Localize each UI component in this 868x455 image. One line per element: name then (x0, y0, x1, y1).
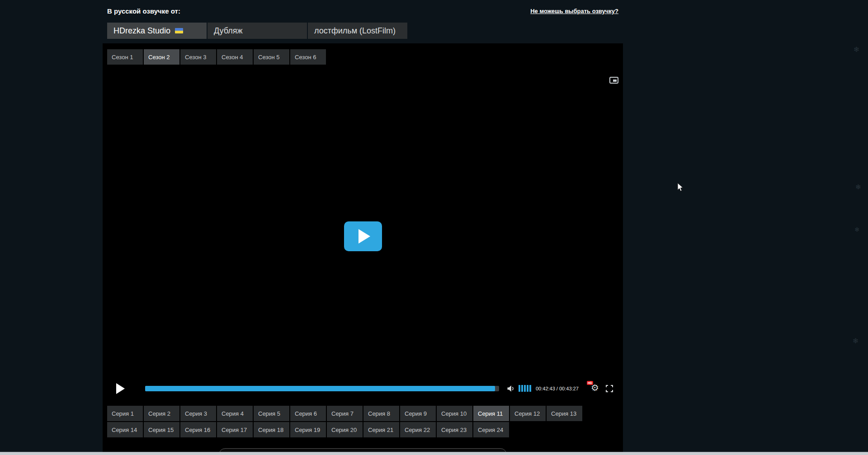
episode-tab-11[interactable]: Серия 24 (473, 422, 509, 437)
season-tab-label: Сезон 6 (295, 54, 316, 61)
episode-tab-1[interactable]: Серия 1 (107, 406, 143, 421)
episode-tab-label: Серия 8 (368, 410, 390, 417)
translator-tabs: HDrezka StudioДубляжлостфильм (LostFilm) (107, 23, 407, 39)
progress-bar[interactable] (145, 386, 499, 391)
translator-tab-label: лостфильм (LostFilm) (314, 26, 396, 36)
episode-tab-label: Серия 11 (478, 410, 503, 417)
video-player-panel: Сезон 1Сезон 2Сезон 3Сезон 4Сезон 5Сезон… (103, 43, 623, 452)
player-controls: 00:42:43 / 00:43:27 ⚙ HD (103, 380, 623, 398)
picture-in-picture-icon[interactable] (609, 77, 618, 84)
translator-tab-2[interactable]: Дубляж (208, 23, 307, 39)
volume-bars[interactable] (519, 385, 531, 392)
translator-tab-1[interactable]: HDrezka Studio (107, 23, 207, 39)
season-tab-label: Сезон 2 (148, 54, 170, 61)
ukraine-flag-icon (175, 28, 183, 33)
season-tabs: Сезон 1Сезон 2Сезон 3Сезон 4Сезон 5Сезон… (107, 49, 326, 65)
episode-tab-label: Серия 19 (295, 427, 320, 433)
snowflake-icon: ❄ (853, 337, 859, 345)
episode-tab-label: Серия 12 (514, 410, 540, 417)
season-tab-4[interactable]: Сезон 4 (217, 49, 253, 65)
episode-tab-11[interactable]: Серия 11 (473, 406, 509, 421)
volume-bar (527, 385, 528, 392)
time-display: 00:42:43 / 00:43:27 (536, 386, 579, 391)
episode-tab-7[interactable]: Серия 7 (327, 406, 363, 421)
hd-quality-badge: HD (587, 381, 593, 385)
mouse-cursor (677, 183, 684, 192)
progress-fill (145, 386, 495, 391)
season-tab-label: Сезон 4 (222, 54, 243, 61)
player-page-column: В русской озвучке от: Не можешь выбрать … (103, 0, 623, 455)
pip-inner-rect (613, 80, 617, 82)
episode-tab-label: Серия 24 (478, 427, 503, 433)
episode-tab-label: Серия 17 (222, 427, 247, 433)
episode-tab-label: Серия 2 (148, 410, 170, 417)
episode-tab-3[interactable]: Серия 16 (180, 422, 216, 437)
season-tab-5[interactable]: Сезон 5 (254, 49, 289, 65)
episode-tab-label: Серия 3 (185, 410, 207, 417)
voiceover-help-link[interactable]: Не можешь выбрать озвучку? (530, 8, 618, 14)
speaker-icon[interactable] (506, 384, 515, 393)
fullscreen-icon[interactable] (605, 385, 613, 393)
episode-tab-5[interactable]: Серия 5 (254, 406, 289, 421)
play-icon (116, 383, 125, 394)
volume-bar (524, 385, 526, 392)
episode-row-1: Серия 1Серия 2Серия 3Серия 4Серия 5Серия… (107, 406, 582, 421)
translator-tab-label: HDrezka Studio (113, 26, 170, 36)
episode-tab-3[interactable]: Серия 3 (180, 406, 216, 421)
episode-tab-label: Серия 6 (295, 410, 317, 417)
episode-tab-6[interactable]: Серия 19 (290, 422, 326, 437)
episode-tab-label: Серия 15 (148, 427, 174, 433)
episode-tab-8[interactable]: Серия 21 (363, 422, 399, 437)
episode-tab-label: Серия 20 (331, 427, 357, 433)
episode-tab-2[interactable]: Серия 15 (144, 422, 179, 437)
episode-tab-4[interactable]: Серия 17 (217, 422, 253, 437)
volume-bar (521, 385, 523, 392)
episode-tab-10[interactable]: Серия 10 (437, 406, 472, 421)
episode-tab-label: Серия 16 (185, 427, 210, 433)
translator-tab-label: Дубляж (214, 26, 243, 36)
episode-row-2: Серия 14Серия 15Серия 16Серия 17Серия 18… (107, 422, 509, 437)
season-tab-6[interactable]: Сезон 6 (290, 49, 326, 65)
episode-tab-label: Серия 21 (368, 427, 393, 433)
play-icon (359, 229, 370, 244)
episode-tab-label: Серия 5 (258, 410, 280, 417)
episode-tab-8[interactable]: Серия 8 (363, 406, 399, 421)
settings-button[interactable]: ⚙ HD (591, 383, 599, 393)
page-background: В русской озвучке от: Не можешь выбрать … (0, 0, 868, 455)
season-tab-label: Сезон 3 (185, 54, 206, 61)
play-button[interactable] (116, 383, 125, 394)
episode-tab-2[interactable]: Серия 2 (144, 406, 179, 421)
snowflake-icon: ❄ (854, 45, 859, 54)
episode-tab-13[interactable]: Серия 13 (547, 406, 582, 421)
big-play-button[interactable] (344, 221, 382, 251)
volume-bar (519, 385, 520, 392)
season-tab-label: Сезон 5 (258, 54, 279, 61)
episode-tab-9[interactable]: Серия 22 (400, 422, 436, 437)
season-tab-2[interactable]: Сезон 2 (144, 49, 179, 65)
episode-tab-12[interactable]: Серия 12 (510, 406, 546, 421)
episode-tab-label: Серия 9 (405, 410, 427, 417)
episode-tab-6[interactable]: Серия 6 (290, 406, 326, 421)
snowflake-icon: ❄ (854, 226, 860, 233)
episode-tab-1[interactable]: Серия 14 (107, 422, 143, 437)
voiceover-label: В русской озвучке от: (107, 7, 180, 15)
episode-tab-label: Серия 22 (405, 427, 430, 433)
season-tab-3[interactable]: Сезон 3 (180, 49, 216, 65)
episode-tab-label: Серия 13 (551, 410, 576, 417)
translator-tab-3[interactable]: лостфильм (LostFilm) (308, 23, 407, 39)
episode-tab-4[interactable]: Серия 4 (217, 406, 253, 421)
episode-tab-label: Серия 10 (441, 410, 467, 417)
volume-bar (529, 385, 531, 392)
snowflake-icon: ❄ (855, 183, 861, 191)
episode-tab-9[interactable]: Серия 9 (400, 406, 436, 421)
horizontal-scrollbar[interactable] (0, 452, 868, 455)
episode-tab-label: Серия 4 (222, 410, 244, 417)
episode-tab-5[interactable]: Серия 18 (254, 422, 289, 437)
episode-tab-label: Серия 23 (441, 427, 467, 433)
season-tab-label: Сезон 1 (112, 54, 133, 61)
episode-tab-10[interactable]: Серия 23 (437, 422, 472, 437)
episode-tab-7[interactable]: Серия 20 (327, 422, 363, 437)
season-tab-1[interactable]: Сезон 1 (107, 49, 143, 65)
episode-tab-label: Серия 18 (258, 427, 283, 433)
episode-tab-label: Серия 7 (331, 410, 354, 417)
